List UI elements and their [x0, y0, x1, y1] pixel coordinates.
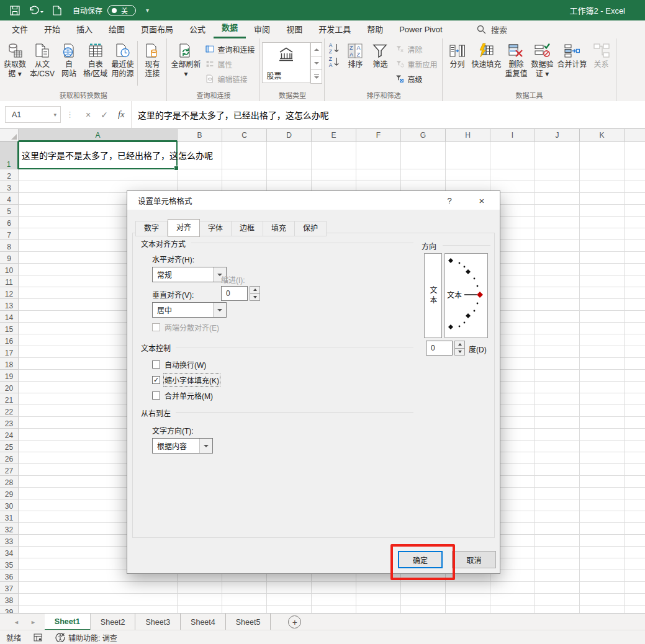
cell-A2[interactable] — [19, 169, 178, 181]
cell-K18[interactable] — [580, 358, 625, 370]
cell-J21[interactable] — [535, 393, 580, 405]
cell-x22[interactable] — [625, 405, 645, 417]
cell-K5[interactable] — [580, 205, 625, 217]
dialog-tab-border[interactable]: 边框 — [232, 221, 263, 236]
cell-x21[interactable] — [625, 393, 645, 405]
cell-K8[interactable] — [580, 240, 625, 252]
name-box-dropdown-icon[interactable]: ▾ — [53, 112, 56, 118]
row-header-5[interactable]: 5 — [0, 205, 19, 217]
tab-page-layout[interactable]: 页面布局 — [133, 22, 181, 38]
sort-button[interactable]: ZAAZ排序 — [343, 40, 368, 88]
cell-J4[interactable] — [535, 193, 580, 205]
fill-handle[interactable] — [174, 166, 179, 171]
dialog-tab-alignment[interactable]: 对齐 — [168, 219, 200, 237]
wrap-text-checkbox[interactable]: 自动换行(W) — [152, 359, 206, 370]
row-header-4[interactable]: 4 — [0, 193, 19, 205]
cell-x2[interactable] — [625, 169, 645, 181]
cell-K33[interactable] — [580, 535, 625, 547]
row-header-8[interactable]: 8 — [0, 240, 19, 252]
cell-x17[interactable] — [625, 346, 645, 358]
row-header-19[interactable]: 19 — [0, 370, 19, 382]
cell-x34[interactable] — [625, 547, 645, 558]
dropdown-arrow-icon[interactable] — [199, 439, 212, 453]
cell-K35[interactable] — [580, 558, 625, 570]
cell-B38[interactable] — [178, 594, 222, 606]
cell-J17[interactable] — [535, 346, 580, 358]
name-box[interactable]: A1 ▾ — [5, 106, 61, 123]
cell-K17[interactable] — [580, 346, 625, 358]
cell-x11[interactable] — [625, 275, 645, 287]
ok-button[interactable]: 确定 — [398, 551, 443, 568]
cell-K6[interactable] — [580, 217, 625, 228]
row-header-26[interactable]: 26 — [0, 452, 19, 464]
gallery-scroll-up-icon[interactable] — [310, 42, 322, 56]
cell-x26[interactable] — [625, 452, 645, 464]
indent-input[interactable]: 0 — [221, 286, 248, 301]
tab-file[interactable]: 文件 — [4, 22, 36, 38]
dialog-tab-font[interactable]: 字体 — [200, 221, 232, 236]
existing-connections-button[interactable]: 现有连接 — [140, 40, 165, 88]
clear-button[interactable]: 清除 — [392, 42, 440, 56]
cell-K15[interactable] — [580, 323, 625, 334]
row-header-34[interactable]: 34 — [0, 547, 19, 558]
degrees-input[interactable]: 0 — [426, 341, 453, 356]
cell-J29[interactable] — [535, 488, 580, 499]
cell-x36[interactable] — [625, 570, 645, 582]
filter-button[interactable]: 筛选 — [368, 40, 392, 88]
cell-K10[interactable] — [580, 264, 625, 275]
dialog-tab-protection[interactable]: 保护 — [295, 221, 327, 236]
row-header-32[interactable]: 32 — [0, 523, 19, 535]
column-header-A[interactable]: A — [19, 129, 178, 141]
reapply-button[interactable]: 重新应用 — [392, 57, 440, 71]
properties-button[interactable]: 属性 — [202, 57, 258, 71]
cell-x38[interactable] — [625, 594, 645, 606]
edit-links-button[interactable]: 编辑链接 — [202, 72, 258, 86]
cell-I37[interactable] — [490, 582, 535, 594]
cell-K7[interactable] — [580, 228, 625, 240]
cell-K13[interactable] — [580, 299, 625, 311]
select-all-corner[interactable] — [0, 129, 19, 141]
cancel-button[interactable]: 取消 — [452, 551, 496, 568]
cell-K14[interactable] — [580, 311, 625, 323]
cell-J35[interactable] — [535, 558, 580, 570]
cell-x20[interactable] — [625, 382, 645, 393]
cell-J19[interactable] — [535, 370, 580, 382]
row-header-29[interactable]: 29 — [0, 488, 19, 499]
row-header-1[interactable]: 1 — [0, 141, 19, 169]
row-header-20[interactable]: 20 — [0, 382, 19, 393]
spin-up-icon[interactable] — [250, 286, 260, 294]
row-header-33[interactable]: 33 — [0, 535, 19, 547]
row-header-10[interactable]: 10 — [0, 264, 19, 275]
cell-E39[interactable] — [312, 606, 356, 613]
recent-sources-button[interactable]: 最近使用的源 — [109, 40, 135, 88]
sort-descending-button[interactable]: ZA — [327, 56, 343, 68]
row-header-17[interactable]: 17 — [0, 346, 19, 358]
tab-formulas[interactable]: 公式 — [181, 22, 214, 38]
column-header-H[interactable]: H — [446, 129, 490, 141]
flash-fill-button[interactable]: 快速填充 — [469, 40, 503, 88]
cell-K39[interactable] — [580, 606, 625, 613]
cell-J25[interactable] — [535, 441, 580, 452]
cell-K19[interactable] — [580, 370, 625, 382]
cell-I2[interactable] — [490, 169, 535, 181]
cell-J23[interactable] — [535, 417, 580, 429]
column-header-F[interactable]: F — [356, 129, 401, 141]
cell-K24[interactable] — [580, 429, 625, 441]
cell-x33[interactable] — [625, 535, 645, 547]
row-header-9[interactable]: 9 — [0, 252, 19, 264]
add-sheet-icon[interactable]: + — [288, 615, 301, 628]
tab-help[interactable]: 帮助 — [359, 22, 391, 38]
cell-C38[interactable] — [222, 594, 267, 606]
cell-J12[interactable] — [535, 287, 580, 299]
autosave-switch[interactable]: 关 — [107, 5, 136, 16]
tab-developer[interactable]: 开发工具 — [310, 22, 359, 38]
cell-G37[interactable] — [401, 582, 446, 594]
cell-K38[interactable] — [580, 594, 625, 606]
cell-x32[interactable] — [625, 523, 645, 535]
checkbox-icon[interactable] — [152, 391, 160, 400]
cell-B39[interactable] — [178, 606, 222, 613]
gallery-scroll-down-icon[interactable] — [310, 56, 322, 70]
row-header-6[interactable]: 6 — [0, 217, 19, 228]
cell-x16[interactable] — [625, 334, 645, 346]
cell-K3[interactable] — [580, 181, 625, 193]
